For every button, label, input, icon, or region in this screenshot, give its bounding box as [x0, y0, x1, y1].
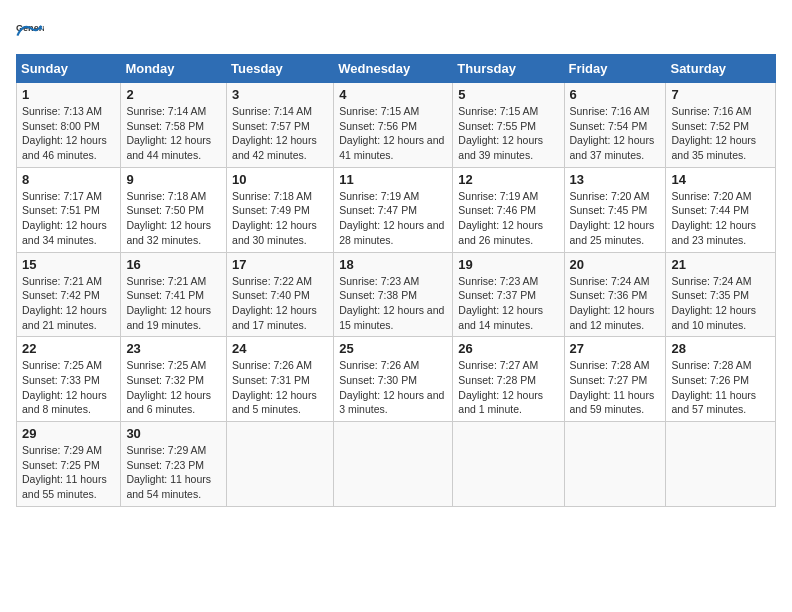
- day-info: Sunrise: 7:25 AMSunset: 7:32 PMDaylight:…: [126, 358, 221, 417]
- day-number: 16: [126, 257, 221, 272]
- day-info: Sunrise: 7:28 AMSunset: 7:27 PMDaylight:…: [570, 358, 661, 417]
- calendar-week-4: 22 Sunrise: 7:25 AMSunset: 7:33 PMDaylig…: [17, 337, 776, 422]
- calendar-week-1: 1 Sunrise: 7:13 AMSunset: 8:00 PMDayligh…: [17, 83, 776, 168]
- column-header-saturday: Saturday: [666, 55, 776, 83]
- day-number: 22: [22, 341, 115, 356]
- calendar-cell: 18 Sunrise: 7:23 AMSunset: 7:38 PMDaylig…: [334, 252, 453, 337]
- day-info: Sunrise: 7:27 AMSunset: 7:28 PMDaylight:…: [458, 358, 558, 417]
- day-number: 12: [458, 172, 558, 187]
- day-number: 1: [22, 87, 115, 102]
- day-info: Sunrise: 7:24 AMSunset: 7:36 PMDaylight:…: [570, 274, 661, 333]
- day-number: 13: [570, 172, 661, 187]
- day-number: 9: [126, 172, 221, 187]
- day-number: 7: [671, 87, 770, 102]
- calendar-cell: 1 Sunrise: 7:13 AMSunset: 8:00 PMDayligh…: [17, 83, 121, 168]
- calendar-cell: 9 Sunrise: 7:18 AMSunset: 7:50 PMDayligh…: [121, 167, 227, 252]
- calendar-table: SundayMondayTuesdayWednesdayThursdayFrid…: [16, 54, 776, 507]
- calendar-cell: 11 Sunrise: 7:19 AMSunset: 7:47 PMDaylig…: [334, 167, 453, 252]
- calendar-cell: 24 Sunrise: 7:26 AMSunset: 7:31 PMDaylig…: [227, 337, 334, 422]
- day-number: 8: [22, 172, 115, 187]
- column-header-wednesday: Wednesday: [334, 55, 453, 83]
- day-info: Sunrise: 7:26 AMSunset: 7:31 PMDaylight:…: [232, 358, 328, 417]
- day-info: Sunrise: 7:25 AMSunset: 7:33 PMDaylight:…: [22, 358, 115, 417]
- day-info: Sunrise: 7:19 AMSunset: 7:46 PMDaylight:…: [458, 189, 558, 248]
- day-number: 24: [232, 341, 328, 356]
- day-info: Sunrise: 7:13 AMSunset: 8:00 PMDaylight:…: [22, 104, 115, 163]
- calendar-week-3: 15 Sunrise: 7:21 AMSunset: 7:42 PMDaylig…: [17, 252, 776, 337]
- calendar-cell: 23 Sunrise: 7:25 AMSunset: 7:32 PMDaylig…: [121, 337, 227, 422]
- column-header-sunday: Sunday: [17, 55, 121, 83]
- calendar-body: 1 Sunrise: 7:13 AMSunset: 8:00 PMDayligh…: [17, 83, 776, 507]
- day-info: Sunrise: 7:21 AMSunset: 7:42 PMDaylight:…: [22, 274, 115, 333]
- day-number: 30: [126, 426, 221, 441]
- day-info: Sunrise: 7:20 AMSunset: 7:45 PMDaylight:…: [570, 189, 661, 248]
- calendar-cell: 28 Sunrise: 7:28 AMSunset: 7:26 PMDaylig…: [666, 337, 776, 422]
- column-header-thursday: Thursday: [453, 55, 564, 83]
- day-number: 20: [570, 257, 661, 272]
- day-info: Sunrise: 7:23 AMSunset: 7:37 PMDaylight:…: [458, 274, 558, 333]
- calendar-cell: 20 Sunrise: 7:24 AMSunset: 7:36 PMDaylig…: [564, 252, 666, 337]
- day-number: 18: [339, 257, 447, 272]
- day-info: Sunrise: 7:22 AMSunset: 7:40 PMDaylight:…: [232, 274, 328, 333]
- day-info: Sunrise: 7:29 AMSunset: 7:23 PMDaylight:…: [126, 443, 221, 502]
- column-header-tuesday: Tuesday: [227, 55, 334, 83]
- day-info: Sunrise: 7:24 AMSunset: 7:35 PMDaylight:…: [671, 274, 770, 333]
- calendar-cell: [334, 422, 453, 507]
- day-number: 26: [458, 341, 558, 356]
- calendar-cell: 26 Sunrise: 7:27 AMSunset: 7:28 PMDaylig…: [453, 337, 564, 422]
- day-number: 25: [339, 341, 447, 356]
- day-info: Sunrise: 7:15 AMSunset: 7:56 PMDaylight:…: [339, 104, 447, 163]
- day-info: Sunrise: 7:17 AMSunset: 7:51 PMDaylight:…: [22, 189, 115, 248]
- day-info: Sunrise: 7:18 AMSunset: 7:49 PMDaylight:…: [232, 189, 328, 248]
- calendar-cell: 19 Sunrise: 7:23 AMSunset: 7:37 PMDaylig…: [453, 252, 564, 337]
- day-number: 2: [126, 87, 221, 102]
- day-number: 29: [22, 426, 115, 441]
- calendar-cell: 21 Sunrise: 7:24 AMSunset: 7:35 PMDaylig…: [666, 252, 776, 337]
- calendar-cell: 4 Sunrise: 7:15 AMSunset: 7:56 PMDayligh…: [334, 83, 453, 168]
- day-number: 28: [671, 341, 770, 356]
- calendar-cell: 8 Sunrise: 7:17 AMSunset: 7:51 PMDayligh…: [17, 167, 121, 252]
- calendar-cell: 22 Sunrise: 7:25 AMSunset: 7:33 PMDaylig…: [17, 337, 121, 422]
- calendar-cell: [453, 422, 564, 507]
- day-info: Sunrise: 7:19 AMSunset: 7:47 PMDaylight:…: [339, 189, 447, 248]
- calendar-cell: 17 Sunrise: 7:22 AMSunset: 7:40 PMDaylig…: [227, 252, 334, 337]
- day-info: Sunrise: 7:20 AMSunset: 7:44 PMDaylight:…: [671, 189, 770, 248]
- calendar-cell: 6 Sunrise: 7:16 AMSunset: 7:54 PMDayligh…: [564, 83, 666, 168]
- day-number: 11: [339, 172, 447, 187]
- logo: General: [16, 16, 48, 44]
- day-info: Sunrise: 7:16 AMSunset: 7:52 PMDaylight:…: [671, 104, 770, 163]
- day-number: 15: [22, 257, 115, 272]
- calendar-cell: 5 Sunrise: 7:15 AMSunset: 7:55 PMDayligh…: [453, 83, 564, 168]
- calendar-cell: 30 Sunrise: 7:29 AMSunset: 7:23 PMDaylig…: [121, 422, 227, 507]
- day-number: 14: [671, 172, 770, 187]
- day-info: Sunrise: 7:15 AMSunset: 7:55 PMDaylight:…: [458, 104, 558, 163]
- column-header-friday: Friday: [564, 55, 666, 83]
- day-info: Sunrise: 7:21 AMSunset: 7:41 PMDaylight:…: [126, 274, 221, 333]
- calendar-cell: 3 Sunrise: 7:14 AMSunset: 7:57 PMDayligh…: [227, 83, 334, 168]
- calendar-cell: 2 Sunrise: 7:14 AMSunset: 7:58 PMDayligh…: [121, 83, 227, 168]
- calendar-cell: 15 Sunrise: 7:21 AMSunset: 7:42 PMDaylig…: [17, 252, 121, 337]
- day-info: Sunrise: 7:29 AMSunset: 7:25 PMDaylight:…: [22, 443, 115, 502]
- calendar-header-row: SundayMondayTuesdayWednesdayThursdayFrid…: [17, 55, 776, 83]
- day-number: 19: [458, 257, 558, 272]
- calendar-week-2: 8 Sunrise: 7:17 AMSunset: 7:51 PMDayligh…: [17, 167, 776, 252]
- day-number: 4: [339, 87, 447, 102]
- calendar-cell: 13 Sunrise: 7:20 AMSunset: 7:45 PMDaylig…: [564, 167, 666, 252]
- page-header: General: [16, 16, 776, 44]
- day-info: Sunrise: 7:18 AMSunset: 7:50 PMDaylight:…: [126, 189, 221, 248]
- day-info: Sunrise: 7:16 AMSunset: 7:54 PMDaylight:…: [570, 104, 661, 163]
- calendar-cell: 16 Sunrise: 7:21 AMSunset: 7:41 PMDaylig…: [121, 252, 227, 337]
- calendar-cell: 10 Sunrise: 7:18 AMSunset: 7:49 PMDaylig…: [227, 167, 334, 252]
- day-number: 17: [232, 257, 328, 272]
- day-info: Sunrise: 7:26 AMSunset: 7:30 PMDaylight:…: [339, 358, 447, 417]
- day-info: Sunrise: 7:28 AMSunset: 7:26 PMDaylight:…: [671, 358, 770, 417]
- day-number: 3: [232, 87, 328, 102]
- calendar-cell: [666, 422, 776, 507]
- day-info: Sunrise: 7:14 AMSunset: 7:58 PMDaylight:…: [126, 104, 221, 163]
- day-number: 10: [232, 172, 328, 187]
- calendar-cell: 29 Sunrise: 7:29 AMSunset: 7:25 PMDaylig…: [17, 422, 121, 507]
- day-number: 5: [458, 87, 558, 102]
- calendar-week-5: 29 Sunrise: 7:29 AMSunset: 7:25 PMDaylig…: [17, 422, 776, 507]
- calendar-cell: 27 Sunrise: 7:28 AMSunset: 7:27 PMDaylig…: [564, 337, 666, 422]
- column-header-monday: Monday: [121, 55, 227, 83]
